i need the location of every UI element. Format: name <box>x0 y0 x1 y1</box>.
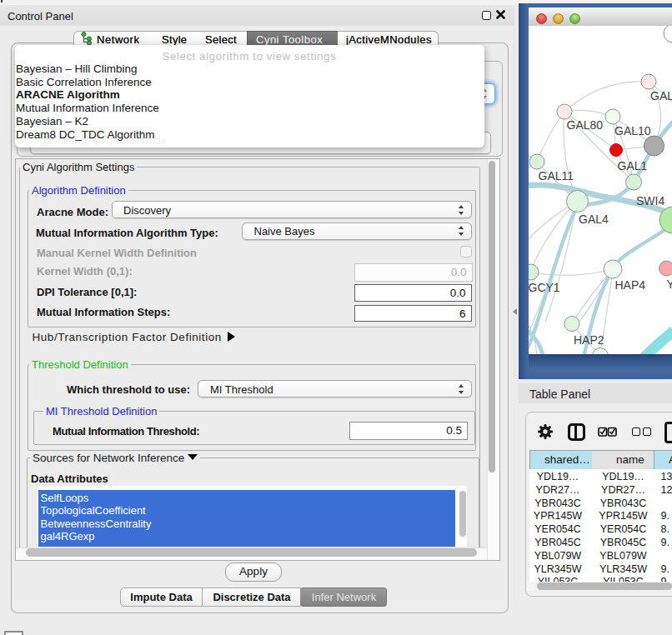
svg-text:GAL1: GAL1 <box>618 159 648 172</box>
svg-text:GAL7: GAL7 <box>650 89 672 102</box>
svg-text:SWI4: SWI4 <box>636 194 664 208</box>
svg-text:GCY1: GCY1 <box>529 281 560 294</box>
svg-text:GAL10: GAL10 <box>614 124 651 138</box>
svg-text:HAP2: HAP2 <box>574 333 604 347</box>
svg-text:GAL4: GAL4 <box>579 212 609 226</box>
svg-text:HAP4: HAP4 <box>615 278 646 292</box>
svg-text:GAL11: GAL11 <box>539 169 574 182</box>
svg-text:Y: Y <box>667 278 672 291</box>
svg-text:GAL80: GAL80 <box>567 118 604 132</box>
